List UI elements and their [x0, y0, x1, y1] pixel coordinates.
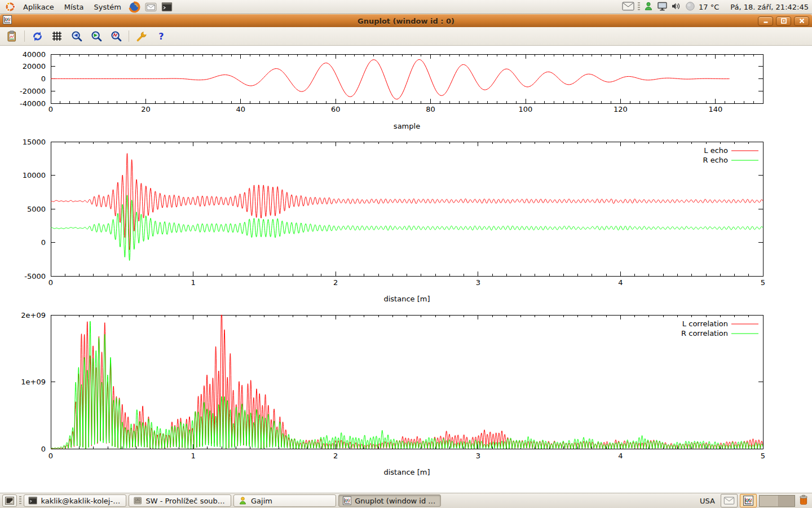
x-tick-label: 3 [476, 278, 480, 287]
x-tick-label: 2 [333, 278, 338, 287]
workspace-switcher [759, 495, 795, 507]
gnuplot-window: Gnuplot (window id : 0) [0, 14, 812, 493]
task-gajim[interactable]: Gajim [233, 494, 336, 507]
series-line [51, 60, 730, 99]
toggle-grid-button[interactable] [50, 29, 64, 43]
y-tick-label: 2e+09 [21, 311, 46, 319]
x-tick-label: 5 [761, 452, 765, 460]
mail-icon [723, 497, 735, 505]
y-tick-label: 20000 [23, 62, 46, 71]
menu-system-label: Systém [94, 3, 121, 11]
taskbar: kaklik@kaklik-kolej-u... SW - Prohlížeč … [0, 493, 812, 508]
close-button[interactable] [794, 16, 809, 26]
axis-xlabel: distance [m] [383, 295, 430, 303]
x-tick-label: 1 [191, 452, 195, 460]
y-tick-label: 5000 [27, 205, 46, 213]
user-switcher-icon[interactable] [643, 1, 654, 13]
ubuntu-menu-logo-icon[interactable] [2, 1, 18, 14]
y-tick-label: 0 [41, 238, 46, 247]
x-tick-label: 4 [618, 452, 623, 460]
terminal-launcher-icon[interactable] [159, 1, 175, 14]
show-desktop-button[interactable] [2, 494, 17, 507]
x-tick-label: 60 [331, 105, 341, 113]
top-panel: Aplikace Místa Systém [0, 0, 812, 14]
x-tick-label: 120 [614, 105, 628, 113]
y-tick-label: 0 [41, 445, 46, 453]
plot-area[interactable]: 020406080100120140-40000-200000200004000… [0, 46, 812, 493]
trash-applet[interactable] [797, 493, 810, 508]
window-controls [758, 16, 809, 26]
task-label: SW - Prohlížeč souborů [145, 497, 227, 505]
x-tick-label: 2 [333, 452, 338, 460]
y-tick-label: 15000 [23, 138, 46, 146]
menu-applications-label: Aplikace [23, 3, 54, 11]
legend-label: R correlation [681, 329, 728, 338]
terminal-icon [28, 496, 37, 505]
tray-mail-icon[interactable] [622, 2, 634, 12]
taskbar-right: USA [696, 493, 810, 508]
taskbar-handle[interactable] [19, 496, 21, 505]
task-gnuplot[interactable]: Gnuplot (window id : 0) [338, 494, 441, 507]
x-tick-label: 1 [191, 278, 195, 287]
menu-applications[interactable]: Aplikace [18, 1, 59, 14]
gajim-icon [238, 496, 248, 505]
y-tick-label: -5000 [24, 272, 46, 281]
menu-system[interactable]: Systém [89, 1, 126, 14]
toolbar-separator [24, 30, 25, 42]
desktop: { "panel": { "menus": [ {"label":"Aplika… [0, 0, 812, 508]
series-line [51, 154, 763, 250]
gnuplot-icon [743, 496, 753, 506]
series-line [51, 321, 763, 449]
file-manager-icon [133, 496, 142, 505]
task-terminal[interactable]: kaklik@kaklik-kolej-u... [24, 494, 126, 507]
legend-label: R echo [703, 156, 728, 164]
toolbar-separator [129, 30, 129, 42]
volume-icon[interactable] [671, 1, 682, 13]
task-file-browser[interactable]: SW - Prohlížeč souborů [129, 494, 231, 507]
x-tick-label: 140 [708, 105, 722, 113]
copy-to-clipboard-button[interactable] [5, 29, 19, 43]
legend-label: L correlation [682, 319, 728, 328]
menu-places[interactable]: Místa [59, 1, 89, 14]
task-label: Gnuplot (window id : 0) [355, 497, 436, 505]
gnuplot-tray-button[interactable] [740, 494, 757, 507]
titlebar[interactable]: Gnuplot (window id : 0) [0, 14, 812, 27]
workspace-1[interactable] [760, 496, 777, 506]
x-tick-label: 100 [519, 105, 533, 113]
zoom-previous-button[interactable] [69, 29, 84, 43]
minimize-button[interactable] [758, 16, 773, 26]
keyboard-layout-indicator[interactable]: USA [696, 497, 718, 505]
y-tick-label: -20000 [20, 87, 46, 95]
weather-icon[interactable] [685, 1, 695, 13]
unzoom-autoscale-button[interactable] [109, 29, 123, 43]
window-title: Gnuplot (window id : 0) [0, 17, 812, 25]
tray-handle[interactable] [638, 2, 640, 11]
mail-tray-button[interactable] [721, 494, 738, 507]
axis-xlabel: sample [394, 122, 420, 130]
maximize-button[interactable] [776, 16, 791, 26]
replot-refresh-button[interactable] [30, 29, 45, 43]
task-label: Gajim [251, 497, 272, 505]
clock-label[interactable]: Pá, 18. září, 21:42:45 [730, 3, 809, 11]
panel-tray: 17 °C Pá, 18. září, 21:42:45 [622, 1, 810, 13]
display-settings-icon[interactable] [657, 1, 668, 13]
y-tick-label: 1e+09 [21, 378, 46, 386]
x-tick-label: 4 [618, 278, 623, 287]
workspace-2[interactable] [777, 496, 795, 506]
gnuplot-icon [343, 496, 351, 505]
temperature-label[interactable]: 17 °C [699, 3, 719, 11]
x-tick-label: 0 [48, 105, 53, 113]
y-tick-label: 40000 [23, 50, 46, 59]
menu-places-label: Místa [64, 3, 84, 11]
x-tick-label: 0 [48, 278, 53, 287]
settings-wrench-button[interactable] [134, 29, 149, 43]
mail-launcher-icon[interactable] [143, 1, 159, 14]
firefox-launcher-icon[interactable] [126, 1, 143, 14]
x-tick-label: 5 [761, 278, 765, 287]
help-icon: ? [158, 31, 164, 42]
zoom-next-button[interactable] [89, 29, 104, 43]
gnuplot-toolbar: ? [0, 27, 812, 46]
axis-xlabel: distance [m] [383, 468, 430, 476]
x-tick-label: 20 [141, 105, 151, 113]
help-button[interactable]: ? [154, 29, 169, 43]
